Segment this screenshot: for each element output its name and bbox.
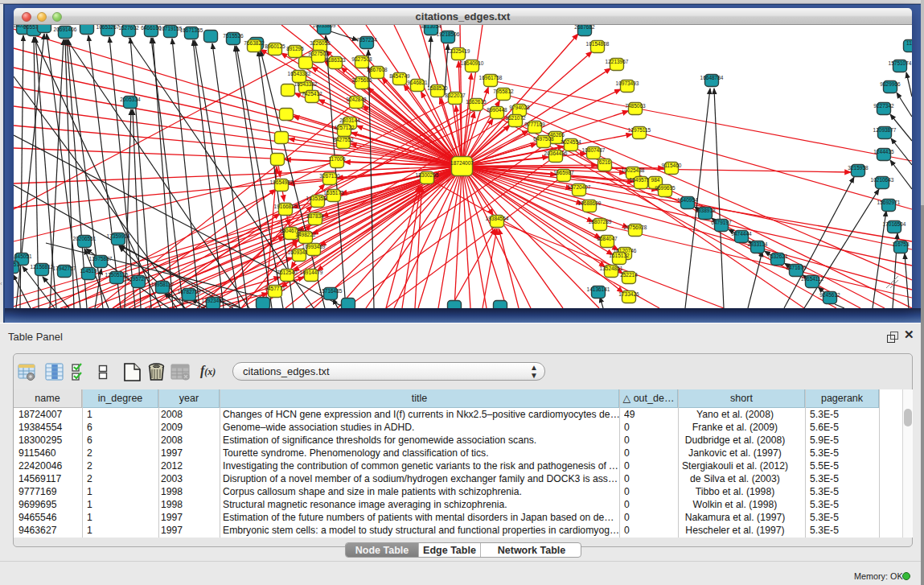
svg-text:10688609: 10688609 [578, 200, 602, 206]
svg-text:117006: 117006 [328, 156, 346, 162]
svg-text:7612540: 7612540 [277, 270, 298, 275]
svg-text:8427552: 8427552 [333, 137, 354, 142]
svg-text:1965987: 1965987 [553, 170, 574, 175]
svg-text:16033809: 16033809 [313, 25, 336, 28]
svg-text:9327508: 9327508 [351, 56, 372, 62]
svg-text:12505135: 12505135 [105, 272, 129, 278]
svg-text:19384554: 19384554 [486, 216, 509, 221]
svg-text:114519: 114519 [80, 268, 97, 274]
svg-text:1615132: 1615132 [609, 253, 630, 258]
svg-text:8938918: 8938918 [695, 208, 716, 213]
svg-text:12093877: 12093877 [873, 127, 897, 133]
svg-text:20364436: 20364436 [544, 150, 568, 156]
svg-text:3024554: 3024554 [561, 139, 581, 145]
svg-text:20691406: 20691406 [54, 27, 77, 32]
svg-text:1498222: 1498222 [295, 232, 316, 237]
svg-text:252214: 252214 [620, 272, 638, 278]
svg-text:10025438: 10025438 [622, 167, 645, 173]
svg-text:10654112: 10654112 [801, 276, 824, 282]
svg-text:15720407: 15720407 [568, 184, 591, 190]
svg-text:18807289: 18807289 [589, 219, 612, 225]
svg-text:3267130: 3267130 [319, 173, 340, 179]
svg-text:14353584: 14353584 [306, 196, 330, 201]
svg-text:8454749: 8454749 [389, 73, 410, 79]
svg-text:111: 111 [906, 40, 912, 46]
svg-text:17359914: 17359914 [107, 233, 130, 239]
svg-text:7632621: 7632621 [767, 253, 788, 259]
svg-text:13325419: 13325419 [447, 48, 470, 54]
svg-text:19654987: 19654987 [270, 179, 294, 185]
svg-text:10719155: 10719155 [159, 26, 183, 31]
svg-text:8471676: 8471676 [786, 265, 807, 270]
svg-text:9227342: 9227342 [873, 103, 894, 109]
svg-text:12975115: 12975115 [628, 127, 651, 133]
svg-text:19166825: 19166825 [274, 204, 298, 209]
svg-text:1362615: 1362615 [466, 99, 487, 105]
svg-text:887834: 887834 [306, 213, 324, 219]
svg-text:7955812: 7955812 [493, 89, 514, 94]
svg-text:10154808: 10154808 [586, 41, 610, 47]
svg-text:116753: 116753 [892, 241, 910, 247]
svg-text:16961758: 16961758 [479, 75, 503, 80]
svg-text:15716485: 15716485 [319, 288, 343, 294]
svg-text:9327503: 9327503 [308, 51, 329, 56]
svg-text:8960125: 8960125 [265, 43, 285, 49]
svg-text:17942757: 17942757 [53, 266, 76, 271]
svg-text:7663822: 7663822 [244, 40, 265, 46]
svg-text:7515526: 7515526 [223, 33, 244, 39]
svg-text:9242848: 9242848 [346, 97, 367, 102]
svg-text:14136141: 14136141 [587, 286, 610, 292]
svg-text:1527602: 1527602 [118, 25, 139, 31]
svg-text:7357224: 7357224 [356, 37, 377, 43]
svg-text:9794028: 9794028 [509, 105, 530, 110]
svg-text:3675685: 3675685 [351, 77, 372, 83]
svg-text:9245612: 9245612 [819, 292, 840, 298]
svg-text:9146821: 9146821 [407, 80, 428, 85]
svg-text:1535175: 1535175 [323, 190, 344, 196]
svg-text:1244415: 1244415 [873, 149, 894, 154]
svg-text:1733426: 1733426 [618, 291, 639, 297]
svg-text:16671355: 16671355 [180, 27, 203, 33]
svg-text:7425412: 7425412 [302, 91, 322, 97]
svg-text:18300295: 18300295 [416, 172, 439, 178]
svg-text:15692971: 15692971 [877, 200, 901, 205]
svg-text:8322037: 8322037 [445, 93, 466, 98]
svg-text:6479197: 6479197 [711, 220, 732, 225]
svg-text:9115460: 9115460 [662, 163, 682, 168]
svg-text:7485063: 7485063 [625, 103, 646, 109]
svg-text:2933114: 2933114 [748, 241, 768, 247]
svg-text:12923465: 12923465 [202, 298, 225, 303]
svg-text:10210643: 10210643 [871, 177, 894, 183]
svg-text:8186323: 8186323 [325, 57, 346, 63]
svg-text:9329966: 9329966 [880, 81, 901, 87]
svg-text:10653267: 10653267 [97, 25, 120, 30]
svg-text:3226058: 3226058 [310, 40, 331, 46]
svg-text:9699695: 9699695 [655, 185, 676, 191]
svg-text:8813054: 8813054 [421, 25, 441, 29]
svg-text:39151: 39151 [14, 262, 19, 267]
svg-text:984: 984 [651, 177, 660, 183]
svg-text:3215958: 3215958 [848, 165, 869, 171]
svg-text:10993489: 10993489 [302, 244, 326, 249]
svg-text:10973493: 10973493 [616, 80, 639, 86]
svg-text:9474444: 9474444 [731, 231, 752, 237]
svg-text:18640910: 18640910 [461, 60, 484, 66]
svg-text:16914479: 16914479 [300, 270, 323, 275]
svg-text:17016504: 17016504 [883, 221, 906, 227]
svg-text:2005334: 2005334 [120, 97, 141, 102]
svg-text:10807487: 10807487 [582, 147, 606, 153]
svg-text:19218506: 19218506 [437, 31, 460, 37]
svg-text:2803144: 2803144 [339, 117, 360, 123]
svg-text:2687682: 2687682 [574, 25, 595, 30]
svg-text:6497508: 6497508 [533, 136, 554, 142]
svg-text:6216: 6216 [599, 159, 611, 165]
svg-text:9777169: 9777169 [524, 122, 545, 127]
svg-text:16543382: 16543382 [288, 71, 311, 76]
svg-text:1640954: 1640954 [677, 197, 698, 203]
svg-text:2867608: 2867608 [367, 67, 388, 72]
svg-text:13524851: 13524851 [600, 266, 623, 271]
svg-text:891295: 891295 [286, 46, 304, 51]
svg-text:16782759: 16782759 [178, 289, 201, 295]
svg-text:20206551: 20206551 [73, 236, 97, 241]
svg-text:12156812: 12156812 [31, 264, 54, 270]
